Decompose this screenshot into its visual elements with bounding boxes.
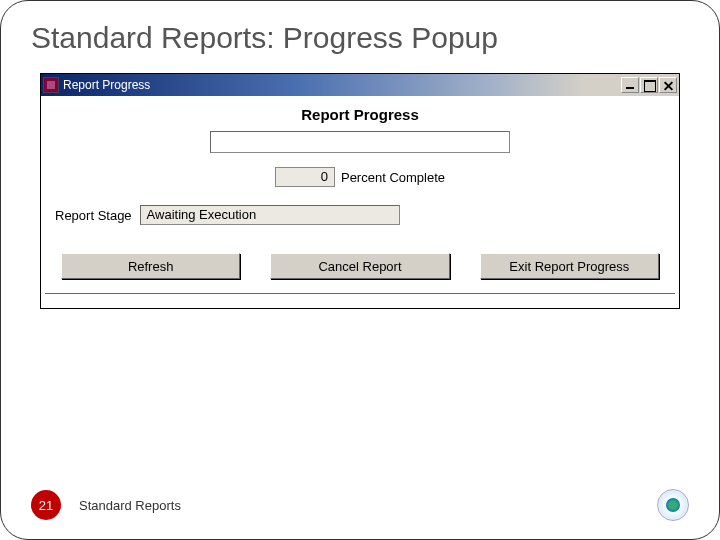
window-title: Report Progress [63, 78, 621, 92]
percent-label: Percent Complete [341, 170, 445, 185]
maximize-button[interactable] [640, 77, 658, 93]
window-titlebar[interactable]: Report Progress [41, 74, 679, 96]
slide-footer: 21 Standard Reports [31, 489, 689, 521]
stage-label: Report Stage [55, 208, 132, 223]
window-client-area: Report Progress 0 Percent Complete Repor… [41, 96, 679, 308]
slide: Standard Reports: Progress Popup Report … [0, 0, 720, 540]
button-row: Refresh Cancel Report Exit Report Progre… [45, 253, 675, 279]
window-controls [621, 77, 677, 93]
stage-row: Report Stage Awaiting Execution [55, 205, 665, 225]
stage-value-field: Awaiting Execution [140, 205, 400, 225]
footer-text: Standard Reports [79, 498, 657, 513]
progress-bar [210, 131, 510, 153]
svg-rect-0 [47, 81, 55, 89]
content-panel: Report Progress 0 Percent Complete Repor… [45, 106, 675, 294]
minimize-button[interactable] [621, 77, 639, 93]
exit-button[interactable]: Exit Report Progress [480, 253, 659, 279]
cancel-report-button[interactable]: Cancel Report [270, 253, 449, 279]
epa-logo-icon [657, 489, 689, 521]
report-progress-window: Report Progress Report Progress 0 Percen… [40, 73, 680, 309]
page-number-badge: 21 [31, 490, 61, 520]
percent-row: 0 Percent Complete [45, 167, 675, 187]
close-button[interactable] [659, 77, 677, 93]
slide-title: Standard Reports: Progress Popup [31, 21, 689, 55]
refresh-button[interactable]: Refresh [61, 253, 240, 279]
percent-value-field: 0 [275, 167, 335, 187]
dialog-header: Report Progress [45, 106, 675, 123]
app-icon [43, 77, 59, 93]
